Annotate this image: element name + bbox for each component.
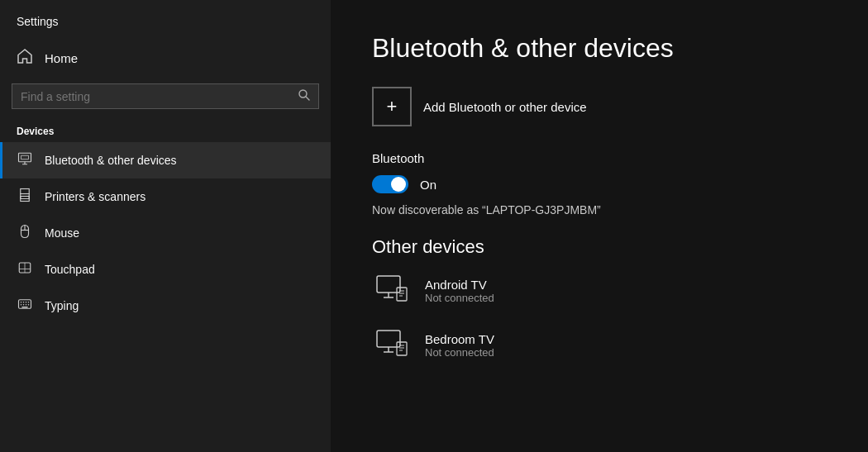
search-icon xyxy=(298,89,310,103)
bedroom-tv-name: Bedroom TV xyxy=(425,332,494,346)
sidebar-item-mouse[interactable]: Mouse xyxy=(0,215,331,251)
home-icon xyxy=(17,48,33,69)
bedroom-tv-status: Not connected xyxy=(425,346,494,359)
printers-label: Printers & scanners xyxy=(45,190,145,203)
typing-icon xyxy=(17,297,33,315)
svg-rect-2 xyxy=(19,153,31,162)
mouse-label: Mouse xyxy=(45,226,79,240)
bedroom-tv-icon xyxy=(372,326,412,365)
sidebar-item-touchpad[interactable]: Touchpad xyxy=(0,251,331,288)
bluetooth-status: On xyxy=(420,178,436,192)
svg-rect-31 xyxy=(397,342,407,355)
svg-line-1 xyxy=(306,97,309,100)
discoverable-text: Now discoverable as “LAPTOP-GJ3PJMBM” xyxy=(372,203,827,216)
main-content: Bluetooth & other devices + Add Bluetoot… xyxy=(331,0,868,452)
sidebar-item-bluetooth[interactable]: Bluetooth & other devices xyxy=(0,142,331,178)
bluetooth-toggle-row: On xyxy=(372,175,827,193)
android-tv-info: Android TV Not connected xyxy=(425,278,494,304)
other-devices-title: Other devices xyxy=(372,236,827,258)
android-tv-status: Not connected xyxy=(425,292,494,304)
sidebar-item-printers[interactable]: Printers & scanners xyxy=(0,178,331,215)
search-box[interactable] xyxy=(12,83,319,109)
sidebar-item-home[interactable]: Home xyxy=(0,40,331,77)
mouse-icon xyxy=(17,224,33,242)
settings-title: Settings xyxy=(0,0,331,40)
device-item-bedroom-tv[interactable]: Bedroom TV Not connected xyxy=(372,326,827,365)
svg-rect-3 xyxy=(21,189,30,194)
search-input[interactable] xyxy=(21,90,298,103)
typing-label: Typing xyxy=(45,299,79,312)
sidebar-item-typing[interactable]: Typing xyxy=(0,288,331,324)
bluetooth-label: Bluetooth & other devices xyxy=(45,154,177,167)
add-device-button[interactable]: + Add Bluetooth or other device xyxy=(372,87,827,126)
page-title: Bluetooth & other devices xyxy=(372,33,827,64)
bedroom-tv-info: Bedroom TV Not connected xyxy=(425,332,494,359)
plus-symbol: + xyxy=(387,96,398,117)
add-plus-icon: + xyxy=(372,87,412,126)
sidebar-home-label: Home xyxy=(45,51,78,65)
printers-icon xyxy=(17,188,33,206)
touchpad-label: Touchpad xyxy=(45,263,95,276)
bluetooth-title: Bluetooth xyxy=(372,151,827,165)
svg-rect-24 xyxy=(397,288,407,301)
bluetooth-section: Bluetooth On Now discoverable as “LAPTOP… xyxy=(372,151,827,216)
touchpad-icon xyxy=(17,260,33,278)
bluetooth-toggle[interactable] xyxy=(372,175,408,193)
bluetooth-icon xyxy=(17,151,33,169)
devices-section-label: Devices xyxy=(0,119,331,142)
android-tv-icon xyxy=(372,271,412,311)
svg-point-5 xyxy=(28,196,30,197)
sidebar: Settings Home Devices Bluetooth & oth xyxy=(0,0,331,452)
device-item-android-tv[interactable]: Android TV Not connected xyxy=(372,271,827,311)
toggle-knob xyxy=(391,177,406,192)
android-tv-name: Android TV xyxy=(425,278,494,292)
add-device-label: Add Bluetooth or other device xyxy=(423,100,587,114)
